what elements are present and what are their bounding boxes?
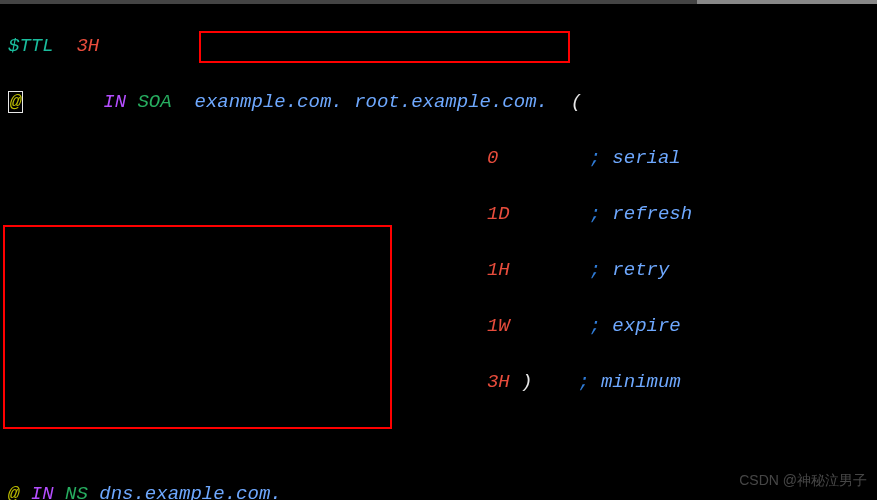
soa-param-refresh: 1D ; refresh bbox=[8, 200, 869, 228]
soa-param-minimum: 3H ) ; minimum bbox=[8, 368, 869, 396]
soa-in: IN bbox=[103, 91, 126, 113]
ttl-directive: $TTL bbox=[8, 35, 54, 57]
cursor: @ bbox=[8, 91, 23, 113]
line-soa: @ IN SOA exanmple.com. root.example.com.… bbox=[8, 88, 869, 116]
line-ttl: $TTL 3H bbox=[8, 32, 869, 60]
soa-param-retry: 1H ; retry bbox=[8, 256, 869, 284]
soa-mname: exanmple.com. bbox=[194, 91, 342, 113]
soa-param-serial: 0 ; serial bbox=[8, 144, 869, 172]
soa-type: SOA bbox=[137, 91, 171, 113]
editor-viewport[interactable]: $TTL 3H @ IN SOA exanmple.com. root.exam… bbox=[0, 0, 877, 500]
title-bar bbox=[0, 0, 877, 4]
soa-param-expire: 1W ; expire bbox=[8, 312, 869, 340]
soa-open-paren: ( bbox=[571, 91, 582, 113]
soa-rname: root.example.com. bbox=[354, 91, 548, 113]
blank-line bbox=[8, 424, 869, 452]
watermark: CSDN @神秘泣男子 bbox=[739, 466, 867, 494]
ttl-value: 3H bbox=[76, 35, 99, 57]
